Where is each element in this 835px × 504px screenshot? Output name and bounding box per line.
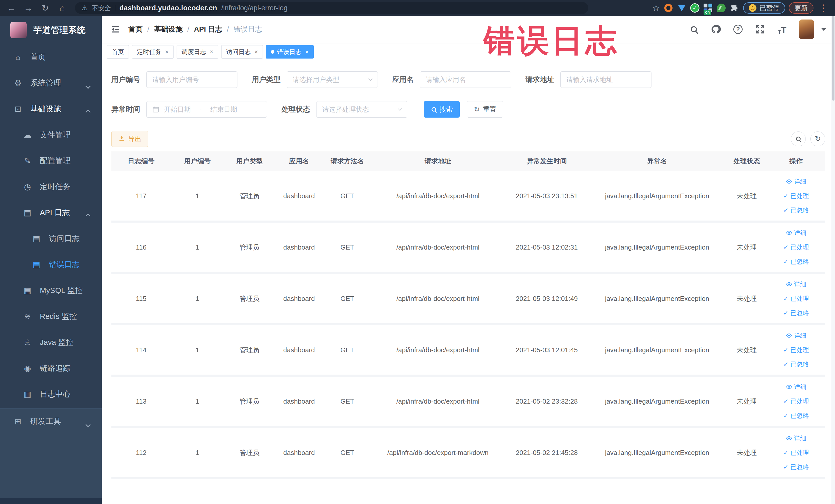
action-已忽略[interactable]: ✓已忽略 xyxy=(783,258,809,266)
extension-fin-icon[interactable] xyxy=(677,3,687,13)
cell-app-name: dashboard xyxy=(275,449,323,457)
tab-access-log[interactable]: 访问日志× xyxy=(221,45,263,59)
sidebar-item-home[interactable]: ⌂首页 xyxy=(0,44,102,70)
browser-back-icon[interactable]: ← xyxy=(5,3,18,13)
cell-app-name: dashboard xyxy=(275,243,323,251)
hamburger-icon[interactable] xyxy=(110,24,121,35)
refresh-button[interactable]: ↻ xyxy=(810,132,825,146)
action-已处理[interactable]: ✓已处理 xyxy=(783,346,809,354)
avatar[interactable] xyxy=(799,20,814,39)
action-已处理[interactable]: ✓已处理 xyxy=(783,192,809,200)
action-已忽略[interactable]: ✓已忽略 xyxy=(783,411,809,420)
sidebar-item-job[interactable]: ◷定时任务 xyxy=(0,174,102,200)
check-icon: ✓ xyxy=(783,346,788,354)
user-id-input[interactable]: 请输入用户编号 xyxy=(146,72,238,88)
tab-label: 访问日志 xyxy=(226,48,251,56)
search-icon[interactable] xyxy=(689,24,699,35)
sidebar-item-label: 文件管理 xyxy=(40,130,70,140)
action-已处理[interactable]: ✓已处理 xyxy=(783,397,809,405)
action-详细[interactable]: 详细 xyxy=(786,434,807,442)
scrollbar[interactable] xyxy=(831,16,835,504)
question-icon[interactable]: ? xyxy=(733,24,743,35)
extension-check-icon[interactable]: ✓ xyxy=(690,3,699,13)
action-已忽略[interactable]: ✓已忽略 xyxy=(783,206,809,215)
edit-icon: ✎ xyxy=(22,156,33,166)
paused-chip[interactable]: ☺ 已暂停 xyxy=(743,2,785,14)
toggle-search-button[interactable] xyxy=(791,132,806,146)
cell-actions: 详细✓已处理✓已忽略 xyxy=(769,383,824,420)
sidebar-item-error-log[interactable]: ▤错误日志 xyxy=(0,251,102,278)
breadcrumb-item[interactable]: 首页 xyxy=(128,24,143,34)
address-bar[interactable]: ⚠ 不安全 dashboard.yudao.iocoder.cn/infra/l… xyxy=(75,2,588,14)
browser-home-icon[interactable]: ⌂ xyxy=(56,3,69,13)
sidebar-item-log-center[interactable]: ▥日志中心 xyxy=(0,381,102,407)
request-url-input[interactable]: 请输入请求地址 xyxy=(561,72,651,88)
tab-job[interactable]: 定时任务× xyxy=(132,45,174,59)
sidebar-item-trace[interactable]: ◉链路追踪 xyxy=(0,355,102,381)
sidebar-item-api-log[interactable]: ▤API 日志 xyxy=(0,200,102,226)
tags-view-bar: 首页定时任务×调度日志×访问日志×错误日志× xyxy=(102,43,835,61)
user-type-select[interactable]: 请选择用户类型 xyxy=(287,72,378,88)
chevron-down-icon[interactable] xyxy=(821,28,826,31)
close-icon[interactable]: × xyxy=(210,48,213,56)
sidebar-item-file[interactable]: ☁文件管理 xyxy=(0,122,102,148)
eye-icon xyxy=(786,332,792,339)
action-已处理[interactable]: ✓已处理 xyxy=(783,295,809,303)
cell-time: 2021-05-02 23:32:28 xyxy=(504,398,589,405)
search-button[interactable]: 搜索 xyxy=(424,101,460,118)
table-header-cell: 用户编号 xyxy=(171,157,224,166)
tab-home[interactable]: 首页 xyxy=(107,45,129,59)
cell-method: GET xyxy=(323,449,372,457)
action-已忽略[interactable]: ✓已忽略 xyxy=(783,309,809,317)
extensions-puzzle-icon[interactable] xyxy=(730,3,739,13)
sidebar-item-dev-tools[interactable]: ⊞研发工具 xyxy=(0,408,102,435)
action-已忽略[interactable]: ✓已忽略 xyxy=(783,463,809,471)
sidebar-item-config[interactable]: ✎配置管理 xyxy=(0,148,102,174)
tab-error-log[interactable]: 错误日志× xyxy=(266,45,314,59)
action-已处理[interactable]: ✓已处理 xyxy=(783,448,809,457)
sidebar-item-access-log[interactable]: ▤访问日志 xyxy=(0,226,102,251)
process-status-select[interactable]: 请选择处理状态 xyxy=(316,101,407,118)
exception-time-range-input[interactable]: 开始日期 - 结束日期 xyxy=(146,101,267,118)
breadcrumb-item[interactable]: API 日志 xyxy=(194,24,222,34)
font-size-icon[interactable]: TT xyxy=(777,24,787,35)
sidebar-item-mysql[interactable]: ▦MySQL 监控 xyxy=(0,278,102,303)
action-详细[interactable]: 详细 xyxy=(786,280,807,288)
url-path: /infra/log/api-error-log xyxy=(221,4,287,12)
sidebar-item-java[interactable]: ♨Java 监控 xyxy=(0,329,102,355)
app-name-input[interactable]: 请输入应用名 xyxy=(420,72,511,88)
check-icon: ✓ xyxy=(783,463,788,471)
scrollbar-thumb[interactable] xyxy=(832,16,834,101)
close-icon[interactable]: × xyxy=(254,48,258,56)
sidebar-item-system[interactable]: ⚙系统管理 xyxy=(0,70,102,96)
close-icon[interactable]: × xyxy=(165,48,169,56)
fullscreen-icon[interactable] xyxy=(755,24,765,35)
action-详细[interactable]: 详细 xyxy=(786,229,807,237)
action-详细[interactable]: 详细 xyxy=(786,383,807,391)
sidebar-item-redis[interactable]: ≋Redis 监控 xyxy=(0,303,102,329)
export-button[interactable]: 导出 xyxy=(111,131,148,147)
update-button[interactable]: 更新 xyxy=(789,2,813,14)
tab-job-log[interactable]: 调度日志× xyxy=(177,45,218,59)
extension-adblock-icon[interactable] xyxy=(664,3,673,13)
action-已处理[interactable]: ✓已处理 xyxy=(783,243,809,251)
cell-time: 2021-05-03 12:01:49 xyxy=(504,295,589,303)
action-已忽略[interactable]: ✓已忽略 xyxy=(783,360,809,368)
reset-button[interactable]: ↻ 重置 xyxy=(467,101,503,118)
log-center-icon: ▥ xyxy=(22,389,33,399)
cell-user-id: 1 xyxy=(171,449,224,457)
github-icon[interactable] xyxy=(711,24,721,35)
bookmark-star-icon[interactable]: ☆ xyxy=(652,3,660,13)
close-icon[interactable]: × xyxy=(305,48,309,56)
extension-grid-icon[interactable]: on xyxy=(703,3,713,13)
browser-forward-icon[interactable]: → xyxy=(22,3,35,13)
sidebar-item-infra[interactable]: ⊡基础设施 xyxy=(0,96,102,122)
action-详细[interactable]: 详细 xyxy=(786,331,807,340)
breadcrumb-item[interactable]: 基础设施 xyxy=(154,24,183,34)
browser-menu-icon[interactable]: ⋮ xyxy=(817,3,830,13)
browser-reload-icon[interactable]: ↻ xyxy=(39,3,52,13)
app-logo-row[interactable]: 芋道管理系统 xyxy=(0,16,102,44)
app-name-label: 应用名 xyxy=(392,75,414,84)
extension-leaf-icon[interactable] xyxy=(716,3,726,13)
action-详细[interactable]: 详细 xyxy=(786,177,807,186)
